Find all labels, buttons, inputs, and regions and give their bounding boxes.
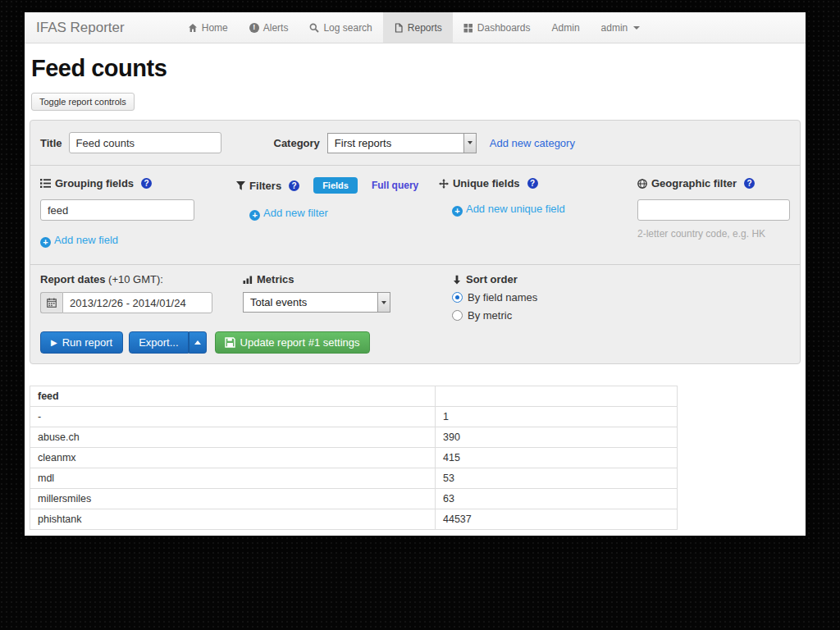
unique-fields-header: Unique fields ? (439, 177, 637, 189)
update-report-settings-button[interactable]: Update report #1 settings (215, 331, 370, 354)
sort-option-field-names: By field names (452, 291, 657, 304)
table-row: cleanmx 415 (30, 448, 678, 468)
count-cell: 63 (436, 489, 678, 509)
export-dropdown-toggle[interactable] (189, 331, 207, 354)
report-title-input[interactable] (69, 132, 221, 153)
unique-fields-label: Unique fields (453, 177, 520, 189)
move-cross-icon (439, 179, 449, 189)
nav-item-label: Dashboards (477, 22, 531, 34)
results-table: feed - 1 abuse.ch 390 cleanmx 415 (30, 386, 678, 530)
title-label: Title (40, 137, 62, 149)
add-new-category-link[interactable]: Add new category (490, 137, 575, 149)
nav-item-alerts[interactable]: ! Alerts (239, 12, 299, 43)
help-icon[interactable]: ? (289, 180, 299, 191)
table-row: phishtank 44537 (30, 509, 678, 530)
search-icon (309, 23, 319, 33)
count-cell: 1 (436, 407, 678, 427)
table-row: abuse.ch 390 (30, 427, 678, 448)
top-navbar: IFAS Reporter Home ! Alerts Log search R… (25, 12, 806, 43)
select-arrow-icon (463, 134, 476, 153)
add-filter-line: +Add new filter (249, 207, 439, 221)
nav-item-label: Admin (552, 22, 580, 34)
date-range-group (40, 292, 243, 313)
page-title: Feed counts (31, 55, 801, 82)
nav-item-label: Home (202, 22, 228, 34)
export-split-button: Export... (129, 331, 206, 354)
report-dates-section: Report dates (+10 GMT): (40, 273, 243, 322)
bar-chart-icon (243, 275, 253, 284)
geographic-filter-header: Geographic filter ? (637, 177, 790, 189)
filters-fields-button[interactable]: Fields (313, 177, 358, 194)
feed-cell: cleanmx (30, 448, 436, 468)
geo-helper-text: 2-letter country code, e.g. HK (637, 228, 790, 240)
count-cell: 415 (436, 448, 678, 468)
action-buttons-row: ▶ Run report Export... Update report #1 … (30, 322, 800, 363)
plus-circle-icon: + (40, 237, 51, 248)
filters-header: Filters ? Fields Full query (236, 177, 439, 194)
add-new-filter-link[interactable]: +Add new filter (249, 207, 328, 219)
table-row: - 1 (30, 407, 678, 427)
grid-icon (463, 23, 473, 33)
full-query-link[interactable]: Full query (372, 180, 418, 191)
metrics-select[interactable]: Total events (243, 292, 390, 313)
add-field-line: +Add new field (40, 234, 236, 248)
count-cell: 390 (436, 427, 678, 448)
grouping-field-input[interactable] (40, 199, 194, 221)
brand-title[interactable]: IFAS Reporter (25, 12, 136, 43)
feed-cell: millersmiles (30, 489, 436, 509)
feed-cell: - (30, 407, 436, 427)
column-header-count (436, 386, 678, 407)
table-header-row: feed (30, 386, 678, 407)
metrics-section: Metrics Total events (243, 273, 452, 322)
metrics-select-value: Total events (244, 296, 377, 308)
table-row: millersmiles 63 (30, 489, 678, 509)
help-icon[interactable]: ? (744, 178, 755, 189)
nav-item-user-menu[interactable]: admin (591, 12, 651, 43)
add-new-field-link[interactable]: +Add new field (40, 234, 118, 246)
toggle-report-controls-button[interactable]: Toggle report controls (31, 93, 135, 111)
page-content: Feed counts Toggle report controls Title… (25, 55, 806, 530)
nav-item-label: Reports (408, 22, 442, 34)
count-cell: 53 (436, 468, 678, 489)
count-cell: 44537 (436, 509, 678, 530)
date-range-input[interactable] (62, 292, 212, 313)
list-icon (40, 179, 51, 188)
metrics-header: Metrics (243, 273, 452, 285)
feed-cell: phishtank (30, 509, 436, 530)
nav-item-log-search[interactable]: Log search (299, 12, 382, 43)
alert-icon: ! (249, 23, 259, 33)
timezone-suffix: (+10 GMT): (108, 273, 163, 285)
feed-cell: abuse.ch (30, 427, 436, 448)
table-row: mdl 53 (30, 468, 678, 489)
run-report-button[interactable]: ▶ Run report (40, 331, 123, 354)
select-arrow-icon (377, 293, 390, 312)
metrics-label: Metrics (257, 273, 294, 285)
export-button[interactable]: Export... (129, 331, 188, 354)
save-icon (225, 337, 235, 348)
geographic-filter-input[interactable] (637, 199, 790, 221)
file-icon (394, 23, 404, 33)
category-select[interactable]: First reports (327, 133, 477, 153)
dates-metrics-sort-row: Report dates (+10 GMT): Metrics (30, 265, 800, 322)
help-icon[interactable]: ? (527, 178, 538, 189)
plus-circle-icon: + (452, 206, 463, 217)
help-icon[interactable]: ? (141, 178, 152, 189)
plus-circle-icon: + (249, 210, 260, 221)
nav-item-home[interactable]: Home (177, 12, 239, 43)
nav-item-admin[interactable]: Admin (541, 12, 591, 43)
sort-order-section: Sort order By field names By metric (452, 273, 657, 322)
grouping-fields-section: Grouping fields ? +Add new field (40, 177, 236, 248)
add-new-unique-field-link[interactable]: +Add new unique field (452, 203, 565, 215)
title-category-row: Title Category First reports Add new cat… (30, 121, 800, 166)
radio-button[interactable] (452, 310, 463, 321)
filters-section: Filters ? Fields Full query +Add new fil… (236, 177, 439, 248)
sort-option-metric: By metric (452, 309, 657, 322)
main-nav: Home ! Alerts Log search Reports Dashboa… (177, 12, 651, 43)
globe-icon (637, 179, 647, 189)
geographic-filter-label: Geographic filter (651, 177, 737, 189)
home-icon (188, 23, 198, 33)
chevron-down-icon (633, 26, 640, 30)
nav-item-reports[interactable]: Reports (383, 12, 453, 43)
radio-button[interactable] (452, 292, 463, 303)
nav-item-dashboards[interactable]: Dashboards (453, 12, 541, 43)
